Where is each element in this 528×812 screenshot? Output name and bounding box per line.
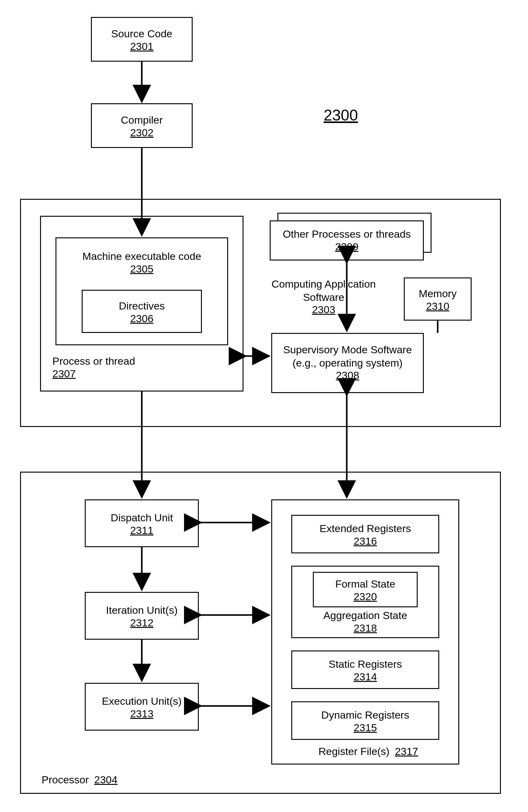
connectors	[0, 0, 528, 812]
diagram-stage: 2300 Source Code 2301 Compiler 2302 Proc…	[0, 0, 528, 812]
